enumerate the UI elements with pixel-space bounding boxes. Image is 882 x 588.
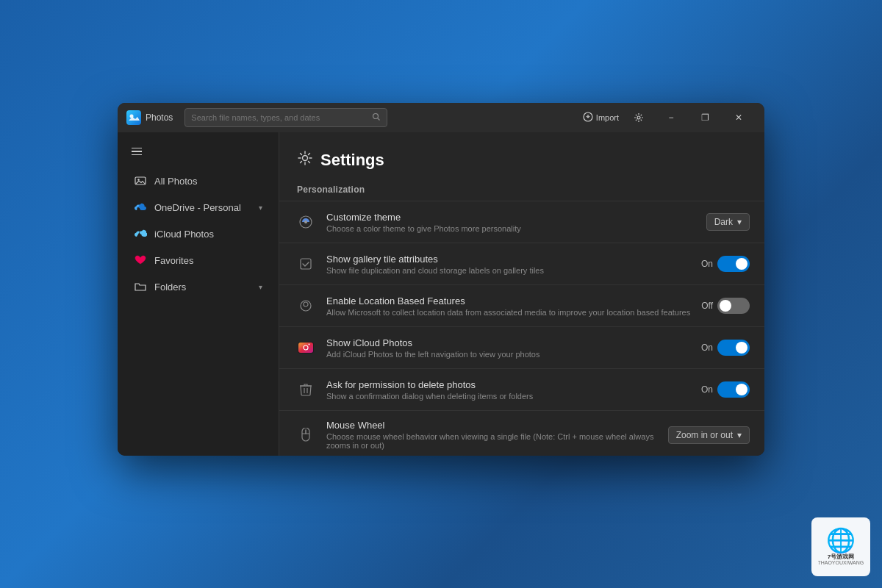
favorites-label: Favorites (154, 255, 262, 266)
toggle-thumb (720, 300, 731, 312)
toggle-thumb (736, 258, 747, 270)
svg-rect-12 (301, 259, 311, 269)
setting-customize-theme: Customize theme Choose a color theme to … (279, 201, 764, 243)
mouse-wheel-name: Mouse Wheel (326, 420, 659, 431)
customize-theme-desc: Choose a color theme to give Photos more… (326, 224, 698, 233)
toggle-thumb (736, 384, 747, 395)
settings-content: Settings Personalization Customize theme… (279, 132, 764, 456)
folders-label: Folders (154, 282, 251, 293)
icloud-photos-text: Show iCloud Photos Add iCloud Photos to … (326, 337, 692, 359)
search-icon (372, 112, 381, 123)
hamburger-icon (132, 148, 142, 149)
mouse-wheel-dropdown-button[interactable]: Zoom in or out ▾ (668, 426, 750, 444)
ask-delete-control: On (701, 381, 750, 398)
sidebar-item-folders[interactable]: Folders ▾ (122, 274, 274, 299)
onedrive-label: OneDrive - Personal (154, 202, 251, 213)
folders-chevron-icon: ▾ (259, 283, 262, 291)
svg-rect-16 (298, 343, 313, 353)
sidebar-item-all-photos[interactable]: All Photos (122, 168, 274, 193)
svg-point-8 (137, 179, 139, 180)
ask-delete-desc: Show a confirmation dialog when deleting… (326, 392, 692, 401)
watermark-globe-icon: 🌐 (826, 528, 856, 552)
setting-mouse-wheel: Mouse Wheel Choose mouse wheel behavior … (279, 410, 764, 456)
settings-button[interactable] (629, 108, 648, 127)
theme-dropdown-button[interactable]: Dark ▾ (706, 213, 750, 231)
setting-ask-delete: Ask for permission to delete photos Show… (279, 368, 764, 410)
main-layout: All Photos OneDrive - Personal ▾ (118, 132, 764, 456)
icloud-photos-toggle[interactable] (717, 340, 750, 356)
maximize-button[interactable]: ❐ (688, 107, 722, 129)
icloud-photos-desc: Add iCloud Photos to the left navigation… (326, 350, 692, 359)
location-icon (294, 294, 318, 318)
customize-theme-icon (294, 210, 318, 234)
gallery-tile-icon (294, 252, 318, 276)
location-text: Enable Location Based Features Allow Mic… (326, 295, 692, 317)
icloud-icon (134, 227, 147, 240)
svg-point-11 (304, 220, 307, 223)
gallery-tile-name: Show gallery tile attributes (326, 254, 692, 265)
gallery-tile-control: On (701, 256, 750, 272)
search-bar[interactable] (184, 108, 387, 127)
app-title: Photos (146, 112, 173, 123)
setting-location: Enable Location Based Features Allow Mic… (279, 284, 764, 326)
watermark-url: 7HAOYOUXIWANG (818, 560, 864, 565)
gallery-tile-desc: Show file duplication and cloud storage … (326, 266, 692, 275)
icloud-photos-icon (294, 336, 318, 359)
app-window: Photos Import (118, 103, 764, 456)
icloud-photos-state-label: On (701, 343, 713, 353)
icloud-photos-control: On (701, 340, 750, 356)
folders-icon (134, 280, 147, 293)
onedrive-chevron-icon: ▾ (259, 204, 262, 212)
mouse-wheel-chevron-icon: ▾ (737, 430, 742, 440)
svg-point-18 (309, 344, 310, 345)
icloud-label: iCloud Photos (154, 229, 262, 240)
svg-point-2 (373, 114, 379, 119)
mouse-wheel-desc: Choose mouse wheel behavior when viewing… (326, 432, 659, 450)
toggle-thumb (736, 342, 747, 354)
all-photos-icon (134, 174, 147, 187)
location-name: Enable Location Based Features (326, 295, 692, 306)
location-control: Off (701, 298, 750, 314)
mouse-wheel-text: Mouse Wheel Choose mouse wheel behavior … (326, 420, 659, 450)
favorites-icon (134, 254, 147, 267)
app-logo (126, 110, 141, 125)
customize-theme-name: Customize theme (326, 212, 698, 223)
window-controls: − ❐ ✕ (654, 107, 756, 129)
sidebar-item-favorites[interactable]: Favorites (122, 248, 274, 273)
watermark: 🌐 7号游戏网 7HAOYOUXIWANG (811, 517, 870, 576)
all-photos-label: All Photos (154, 176, 262, 187)
import-button[interactable]: Import (577, 110, 625, 125)
settings-title: Settings (320, 151, 384, 170)
svg-point-13 (304, 302, 308, 306)
ask-delete-name: Ask for permission to delete photos (326, 379, 692, 390)
section-personalization: Personalization (279, 182, 764, 201)
gallery-tile-toggle[interactable] (717, 256, 750, 272)
mouse-wheel-control: Zoom in or out ▾ (668, 426, 750, 444)
titlebar-actions: Import (577, 108, 648, 127)
settings-gear-icon (297, 150, 313, 170)
location-desc: Allow Microsoft to collect location data… (326, 308, 692, 317)
import-icon (583, 112, 593, 123)
ask-delete-toggle[interactable] (717, 381, 750, 398)
ask-delete-state-label: On (701, 384, 713, 395)
close-button[interactable]: ✕ (722, 107, 756, 129)
customize-theme-control: Dark ▾ (706, 213, 750, 231)
theme-dropdown-chevron-icon: ▾ (737, 217, 742, 227)
settings-header: Settings (279, 132, 764, 182)
sidebar-item-onedrive[interactable]: OneDrive - Personal ▾ (122, 195, 274, 220)
hamburger-button[interactable] (123, 138, 150, 165)
sidebar: All Photos OneDrive - Personal ▾ (118, 132, 279, 456)
onedrive-icon (134, 201, 147, 214)
gallery-tile-state-label: On (701, 259, 713, 269)
icloud-photos-name: Show iCloud Photos (326, 337, 692, 348)
location-state-label: Off (701, 301, 713, 311)
location-toggle[interactable] (717, 298, 750, 314)
setting-icloud-photos: Show iCloud Photos Add iCloud Photos to … (279, 326, 764, 368)
sidebar-item-icloud[interactable]: iCloud Photos (122, 221, 274, 246)
ask-delete-text: Ask for permission to delete photos Show… (326, 379, 692, 401)
minimize-button[interactable]: − (654, 107, 688, 129)
svg-point-6 (637, 116, 640, 119)
search-input[interactable] (191, 113, 369, 122)
svg-rect-0 (126, 110, 141, 125)
setting-gallery-tile: Show gallery tile attributes Show file d… (279, 243, 764, 284)
